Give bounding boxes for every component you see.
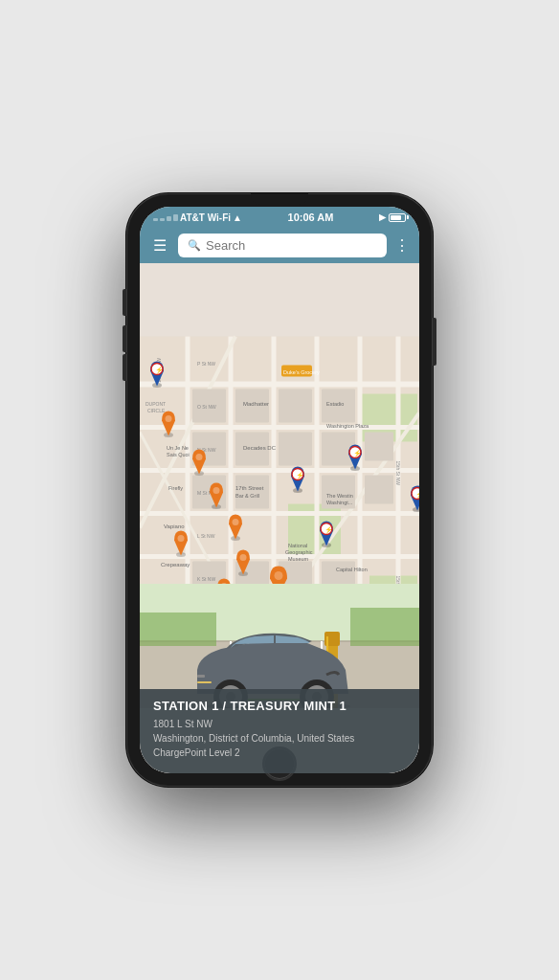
carrier-info: AT&T Wi-Fi ▲ (153, 212, 242, 223)
phone-notch (251, 193, 308, 205)
svg-rect-164 (197, 675, 205, 678)
status-time: 10:06 AM (288, 212, 334, 223)
status-bar: AT&T Wi-Fi ▲ 10:06 AM ▶ (140, 207, 419, 228)
svg-text:Geographic: Geographic (285, 549, 313, 555)
svg-text:⚡: ⚡ (155, 366, 164, 374)
svg-point-87 (166, 415, 172, 422)
svg-text:Vapiano: Vapiano (164, 523, 185, 529)
svg-rect-28 (279, 390, 312, 423)
svg-text:Estadio: Estadio (326, 401, 344, 407)
svg-text:⚡: ⚡ (296, 471, 304, 479)
svg-text:Washington Plaza: Washington Plaza (326, 423, 369, 429)
svg-text:K St NW: K St NW (197, 576, 215, 582)
svg-text:P St NW: P St NW (197, 361, 215, 367)
svg-text:CIRCLE: CIRCLE (147, 408, 166, 413)
station-address-line2: Washington, District of Columbia, United… (153, 733, 354, 744)
svg-text:⚡: ⚡ (324, 525, 333, 534)
svg-point-93 (213, 487, 220, 494)
svg-text:L St NW: L St NW (197, 533, 215, 539)
svg-point-99 (233, 519, 239, 525)
svg-point-96 (178, 535, 185, 542)
station-card: STATION 1 / TREASURY MINT 1 1801 L St NW… (140, 689, 419, 773)
location-icon: ▶ (379, 212, 386, 222)
station-address-line1: 1801 L St NW (153, 719, 212, 729)
search-input[interactable] (206, 238, 377, 253)
svg-text:Duke's Grocery: Duke's Grocery (283, 369, 320, 375)
svg-point-111 (275, 571, 283, 580)
svg-text:Crepeaway: Crepeaway (161, 562, 190, 568)
svg-text:Decades DC: Decades DC (243, 445, 277, 451)
svg-text:Bar & Grill: Bar & Grill (235, 493, 259, 499)
svg-rect-45 (365, 476, 393, 504)
svg-text:Capital Hilton: Capital Hilton (336, 567, 368, 572)
svg-text:National: National (288, 543, 307, 548)
svg-text:⚡: ⚡ (353, 449, 362, 457)
battery-fill (391, 215, 401, 220)
svg-rect-29 (279, 433, 312, 466)
station-address: 1801 L St NW Washington, District of Col… (153, 717, 406, 760)
svg-text:Museum: Museum (288, 556, 309, 562)
station-charger-type: ChargePoint Level 2 (153, 747, 240, 758)
wifi-icon: ▲ (233, 212, 242, 223)
svg-text:Madhatter: Madhatter (243, 401, 269, 407)
carrier-name: AT&T Wi-Fi (180, 212, 231, 223)
svg-text:Sais Quoi: Sais Quoi (167, 452, 190, 457)
station-title: STATION 1 / TREASURY MINT 1 (153, 699, 406, 713)
svg-text:The Westin: The Westin (326, 493, 353, 499)
svg-text:17th Street: 17th Street (235, 485, 264, 491)
svg-rect-165 (197, 681, 212, 683)
map-container[interactable]: 20th St NW P St NW O St NW N St NW M St … (140, 263, 419, 773)
svg-rect-44 (365, 433, 393, 461)
hamburger-button[interactable]: ☰ (149, 234, 170, 256)
svg-text:15th St NW: 15th St NW (395, 461, 401, 486)
svg-text:O St NW: O St NW (197, 404, 216, 410)
svg-point-90 (196, 454, 203, 460)
phone-screen: AT&T Wi-Fi ▲ 10:06 AM ▶ ☰ 🔍 ⋮ (140, 207, 419, 773)
svg-text:Un Je Ne: Un Je Ne (167, 445, 189, 451)
svg-text:DUPONT: DUPONT (145, 401, 166, 407)
svg-text:Firefly: Firefly (168, 485, 183, 491)
svg-rect-167 (350, 608, 419, 646)
nav-bar: ☰ 🔍 ⋮ (140, 228, 419, 263)
svg-text:Washingt...: Washingt... (326, 500, 353, 505)
phone-device: AT&T Wi-Fi ▲ 10:06 AM ▶ ☰ 🔍 ⋮ (126, 193, 433, 787)
more-options-button[interactable]: ⋮ (394, 236, 410, 255)
signal-strength (153, 214, 178, 221)
svg-rect-166 (140, 612, 216, 646)
svg-text:⚡: ⚡ (415, 490, 420, 499)
search-icon: 🔍 (188, 239, 201, 252)
battery-icon (389, 213, 406, 222)
status-right-icons: ▶ (379, 212, 406, 222)
search-box[interactable]: 🔍 (178, 234, 387, 257)
svg-point-102 (240, 554, 247, 561)
